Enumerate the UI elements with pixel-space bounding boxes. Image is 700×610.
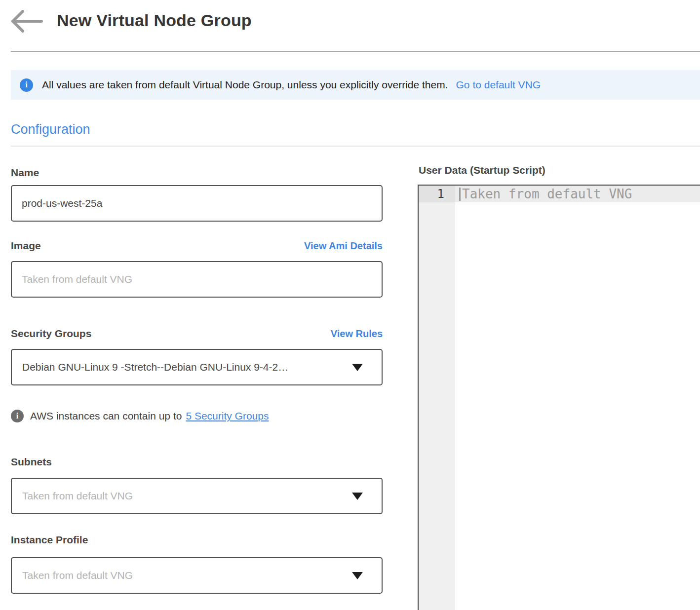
five-security-groups-link[interactable]: 5 Security Groups — [186, 410, 269, 422]
name-field-header: Name — [11, 167, 383, 179]
editor-gutter — [419, 202, 455, 610]
name-label: Name — [11, 167, 39, 179]
editor-placeholder: Taken from default VNG — [462, 187, 632, 201]
security-groups-select[interactable]: Debian GNU-Linux 9 -Stretch--Debian GNU-… — [11, 349, 383, 385]
info-icon: i — [11, 410, 24, 422]
security-groups-label: Security Groups — [11, 328, 91, 340]
security-note-text: AWS instances can contain up to — [30, 410, 182, 422]
instance-profile-placeholder: Taken from default VNG — [22, 570, 133, 581]
user-data-label: User Data (Startup Script) — [419, 164, 545, 176]
back-button[interactable] — [10, 10, 43, 33]
configuration-section-title: Configuration — [11, 122, 90, 137]
chevron-down-icon — [352, 364, 363, 371]
subnets-placeholder: Taken from default VNG — [22, 490, 133, 502]
info-banner: i All values are taken from default Virt… — [11, 70, 700, 100]
go-to-default-vng-link[interactable]: Go to default VNG — [456, 79, 541, 91]
editor-body — [419, 202, 700, 610]
editor-line-1: 1 Taken from default VNG — [419, 186, 700, 202]
info-icon: i — [20, 78, 33, 92]
header-divider — [11, 51, 700, 52]
editor-active-line[interactable]: Taken from default VNG — [455, 186, 700, 202]
arrow-left-icon — [10, 10, 43, 33]
security-groups-note: i AWS instances can contain up to 5 Secu… — [11, 410, 383, 422]
security-groups-selected-value: Debian GNU-Linux 9 -Stretch--Debian GNU-… — [22, 361, 288, 373]
image-input[interactable] — [11, 261, 383, 298]
image-label: Image — [11, 240, 41, 252]
chevron-down-icon — [352, 493, 363, 500]
user-data-editor[interactable]: 1 Taken from default VNG — [418, 185, 700, 610]
image-field-header: Image View Ami Details — [11, 240, 383, 252]
instance-profile-select[interactable]: Taken from default VNG — [11, 557, 383, 594]
editor-line-number: 1 — [419, 186, 455, 202]
subnets-field-header: Subnets — [11, 456, 383, 468]
section-divider — [11, 146, 700, 147]
configuration-form: Name Image View Ami Details Security Gro… — [11, 167, 383, 594]
chevron-down-icon — [352, 572, 363, 579]
editor-text-area[interactable] — [455, 202, 700, 610]
page-title: New Virtual Node Group — [57, 11, 252, 30]
view-ami-details-link[interactable]: View Ami Details — [304, 240, 383, 252]
subnets-select[interactable]: Taken from default VNG — [11, 478, 383, 514]
subnets-label: Subnets — [11, 456, 52, 468]
text-cursor — [459, 188, 461, 201]
instance-profile-field-header: Instance Profile — [11, 534, 383, 546]
view-rules-link[interactable]: View Rules — [331, 328, 383, 340]
new-virtual-node-group-page: New Virtual Node Group i All values are … — [0, 0, 700, 610]
name-input[interactable] — [11, 185, 383, 222]
instance-profile-label: Instance Profile — [11, 534, 88, 546]
banner-message: All values are taken from default Virtua… — [42, 79, 448, 91]
security-groups-field-header: Security Groups View Rules — [11, 328, 383, 340]
